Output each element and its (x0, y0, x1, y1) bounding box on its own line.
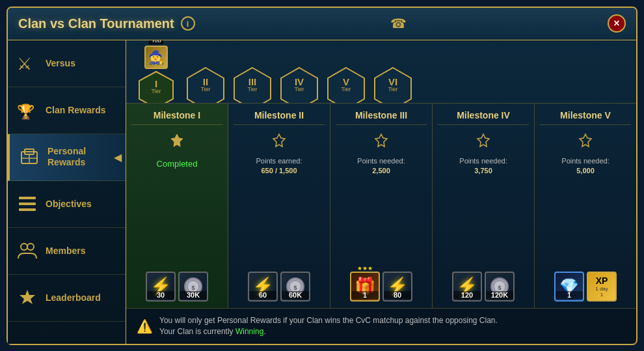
reward-chest-1: ★★★ 🎁 1 (350, 272, 380, 302)
milestone-5-header: Milestone V (540, 110, 631, 125)
modal-body: ⚔ Versus 🏆 Clan Rewards (8, 40, 636, 344)
milestone-1-status: Completed (131, 159, 222, 169)
milestone-4-rewards: ⚡ 120 $ 120K (438, 272, 529, 302)
milestone-1-rewards: ⚡ 30 $ 30K (131, 272, 222, 302)
tier-roman-2: II (203, 77, 208, 87)
reward-lightning-60: ⚡ 60 (248, 272, 278, 302)
xp-text: XP (596, 275, 608, 286)
reward-count-120k: 120K (486, 291, 513, 299)
reward-xp-boost: XP 1 day 1 (587, 272, 617, 302)
reward-count-30: 30 (147, 291, 174, 299)
xp-badge: XP 1 day 1 (587, 272, 617, 302)
members-icon (16, 239, 39, 262)
tier-label-3: Tier (247, 87, 257, 92)
milestone-5-emblem (540, 133, 631, 148)
tier-item-5[interactable]: V Tier (324, 66, 368, 103)
milestone-2-rewards: ⚡ 60 $ 60K (234, 272, 325, 302)
tier-roman-5: V (343, 77, 349, 87)
milestone-1-header: Milestone I (131, 110, 222, 125)
sidebar-item-objectives[interactable]: Objectives (8, 181, 126, 228)
svg-text:🏆: 🏆 (17, 103, 35, 120)
leaderboard-icon (16, 286, 39, 309)
sidebar-label-objectives: Objectives (46, 199, 92, 210)
reward-coin-30k: $ 30K (178, 272, 208, 302)
reward-count-60k: 60K (282, 291, 309, 299)
reward-count-30k: 30K (180, 291, 207, 299)
milestone-2: Milestone II Points earned:650 / 1,500 ⚡… (228, 104, 330, 308)
svg-text:$: $ (191, 285, 195, 291)
lightning-icon-4: ⚡ 120 (452, 272, 482, 302)
main-content: You 🧙 I Tier (126, 40, 636, 344)
reward-count-120: 120 (453, 291, 481, 299)
modal-container: Clan vs Clan Tournament i ☎ × ⚔ Versus 🏆… (7, 7, 637, 345)
close-button[interactable]: × (608, 14, 626, 33)
reward-coin-120k: $ 120K (485, 272, 515, 302)
reward-lightning-120: ⚡ 120 (452, 272, 482, 302)
chest-icon: 🎁 1 (350, 272, 380, 302)
sidebar-label-personal-rewards: PersonalRewards (47, 146, 86, 168)
svg-rect-6 (19, 197, 36, 199)
tier-label-6: Tier (388, 87, 397, 92)
sidebar-label-members: Members (46, 246, 85, 257)
lightning-icon-2: ⚡ 60 (248, 272, 278, 302)
info-button[interactable]: i (181, 16, 195, 31)
sidebar-label-versus: Versus (46, 58, 75, 69)
gem-icon: 💎 1 (554, 272, 584, 302)
milestone-1: Milestone I Completed ⚡ 30 (126, 104, 228, 308)
reward-coin-60k: $ 60K (280, 272, 310, 302)
svg-text:⚔: ⚔ (17, 54, 32, 74)
tier-item-3[interactable]: III Tier (230, 66, 275, 103)
milestone-3-points: Points needed:2,500 (336, 156, 427, 176)
milestone-5-rewards: 💎 1 XP 1 day 1 (540, 272, 631, 302)
phone-icon: ☎ (390, 16, 407, 31)
reward-count-chest: 1 (351, 291, 379, 299)
milestone-5: Milestone V Points needed:5,000 💎 1 (535, 104, 636, 308)
tier-hex-1[interactable]: I Tier (137, 70, 176, 103)
modal-title: Clan vs Clan Tournament (18, 16, 174, 31)
coin-icon-4: $ 120K (485, 272, 515, 302)
personal-rewards-icon (18, 145, 41, 169)
sidebar-label-leaderboard: Leaderboard (46, 292, 101, 303)
milestone-3-header: Milestone III (336, 110, 427, 125)
sidebar-item-leaderboard[interactable]: Leaderboard (8, 275, 126, 322)
sidebar-item-versus[interactable]: ⚔ Versus (8, 40, 126, 87)
tier-label-1: Tier (151, 89, 161, 94)
reward-lightning-30: ⚡ 30 (146, 272, 176, 302)
svg-rect-7 (19, 203, 36, 205)
modal-header: Clan vs Clan Tournament i ☎ × (8, 8, 636, 40)
milestone-4: Milestone IV Points needed:3,750 ⚡ 120 (433, 104, 535, 308)
milestone-2-header: Milestone II (234, 110, 325, 125)
sidebar: ⚔ Versus 🏆 Clan Rewards (8, 40, 126, 344)
milestone-3-emblem (336, 133, 427, 148)
tier-item-2[interactable]: II Tier (183, 66, 228, 103)
tier-roman-4: IV (295, 77, 304, 87)
lightning-icon-3: ⚡ 80 (382, 272, 412, 302)
notice-text: You will only get Personal Rewards if yo… (159, 315, 498, 337)
tier-item-1[interactable]: You 🧙 I Tier (137, 46, 176, 103)
tier-item-6[interactable]: VI Tier (371, 66, 415, 103)
xp-sub: 1 day (595, 286, 608, 292)
tier-bar: You 🧙 I Tier (126, 40, 636, 104)
tier-roman-6: VI (388, 77, 397, 87)
clan-rewards-icon: 🏆 (16, 98, 39, 122)
stars-label: ★★★ (357, 265, 373, 272)
sidebar-item-personal-rewards[interactable]: PersonalRewards ◀ (8, 134, 126, 181)
milestone-3-rewards: ★★★ 🎁 1 ⚡ 80 (336, 272, 427, 302)
milestone-4-points: Points needed:3,750 (438, 156, 529, 176)
sidebar-label-clan-rewards: Clan Rewards (46, 105, 106, 116)
personal-rewards-arrow: ◀ (114, 151, 122, 163)
reward-count-60: 60 (249, 291, 276, 299)
bottom-notice: ⚠️ You will only get Personal Rewards if… (126, 308, 636, 344)
you-label: You (148, 40, 163, 44)
tier-roman-3: III (248, 77, 257, 87)
sidebar-item-clan-rewards[interactable]: 🏆 Clan Rewards (8, 87, 126, 134)
tier-label-4: Tier (294, 87, 304, 92)
tier-item-4[interactable]: IV Tier (277, 66, 321, 103)
svg-text:$: $ (498, 285, 501, 291)
milestone-1-emblem (131, 133, 222, 148)
coin-icon: $ 30K (178, 272, 208, 302)
sidebar-item-members[interactable]: Members (8, 228, 126, 275)
reward-lightning-80: ⚡ 80 (382, 272, 412, 302)
milestone-2-emblem (234, 133, 325, 148)
svg-text:$: $ (293, 285, 297, 291)
